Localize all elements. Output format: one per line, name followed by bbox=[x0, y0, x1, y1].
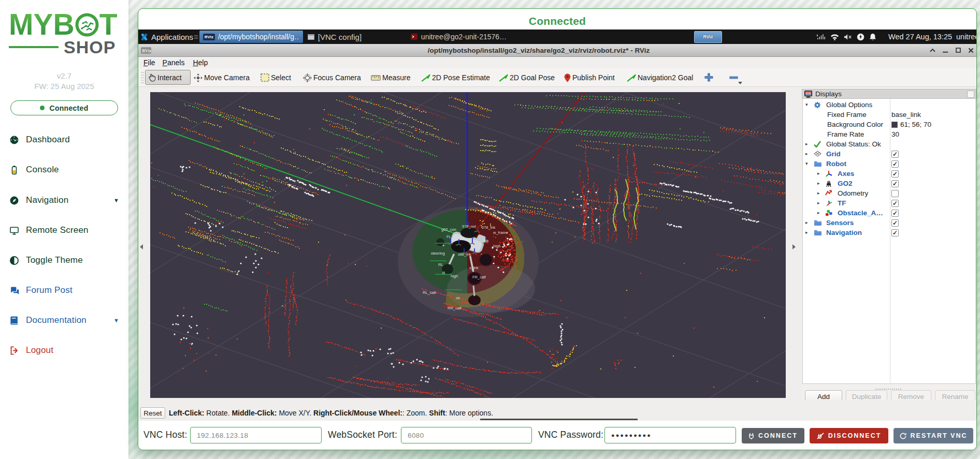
svg-text:078_lnk: 078_lnk bbox=[482, 225, 496, 230]
svg-text:high: high bbox=[493, 244, 500, 248]
svg-text:oke_lnk: oke_lnk bbox=[458, 252, 471, 257]
svg-text:g02_con: g02_con bbox=[441, 227, 456, 232]
svg-text:FR_calf: FR_calf bbox=[472, 275, 486, 279]
svg-text:RL: RL bbox=[438, 262, 443, 267]
svg-text:R: R bbox=[442, 271, 445, 275]
svg-text:high: high bbox=[451, 274, 458, 278]
svg-text:w_frame: w_frame bbox=[493, 230, 508, 235]
svg-text:oc: oc bbox=[456, 295, 460, 300]
svg-text:hlk: hlk bbox=[484, 239, 489, 243]
svg-text:steering: steering bbox=[431, 251, 445, 256]
svg-text:RR_calf: RR_calf bbox=[448, 306, 462, 310]
svg-text:x_lnk: x_lnk bbox=[469, 265, 479, 270]
svg-text:9?2_nol: 9?2_nol bbox=[462, 224, 476, 229]
svg-text:FL: FL bbox=[446, 234, 451, 239]
svg-text:RL_calf: RL_calf bbox=[423, 290, 436, 295]
